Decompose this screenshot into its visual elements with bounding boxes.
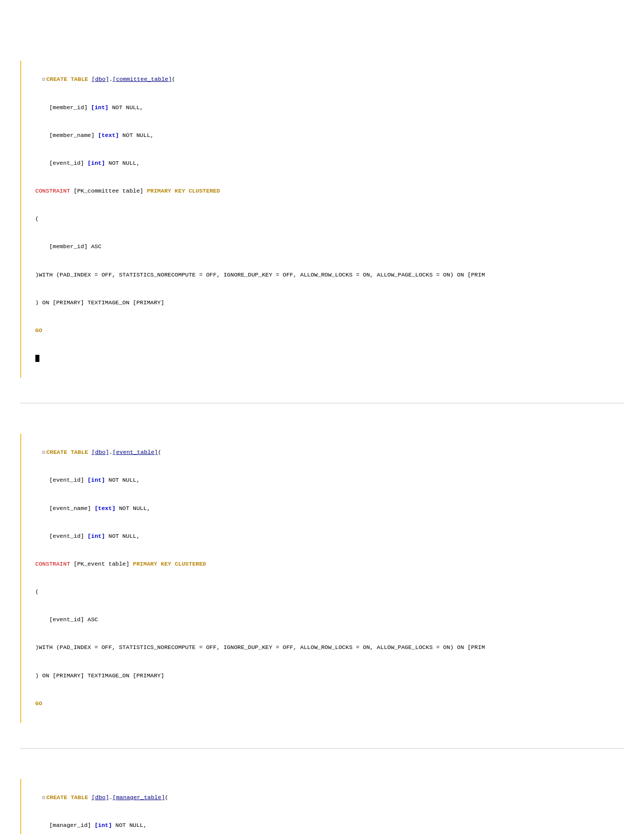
create-keyword-manager: CREATE TABLE: [46, 794, 92, 801]
open-paren-event: (: [158, 449, 162, 455]
collapse-icon-event[interactable]: ⊟: [42, 450, 45, 455]
event-col2: [event_name] [text] NOT NULL,: [20, 494, 624, 522]
event-create-line: ⊟CREATE TABLE [dbo].[event_table](: [20, 439, 624, 467]
committee-create-line: ⊟CREATE TABLE [dbo].[committee_table](: [20, 66, 624, 94]
committee-go: GO: [20, 317, 624, 345]
committee-on-primary: ) ON [PRIMARY] TEXTIMAGE_ON [PRIMARY]: [20, 289, 624, 316]
event-paren-open: (: [20, 578, 624, 606]
event-go: GO: [20, 689, 624, 717]
collapse-icon-manager[interactable]: ⊟: [42, 795, 45, 801]
table-name-event: [event_table]: [113, 449, 158, 455]
event-table-block: ⊟CREATE TABLE [dbo].[event_table]( [even…: [20, 434, 624, 723]
constraint-keyword: CONSTRAINT: [35, 188, 70, 194]
manager-table-block: ⊟CREATE TABLE [dbo].[manager_table]( [ma…: [20, 779, 624, 834]
manager-create-line: ⊟CREATE TABLE [dbo].[manager_table](: [20, 784, 624, 812]
event-col3: [event_id] [int] NOT NULL,: [20, 522, 624, 550]
committee-col1: [member_id] [int] NOT NULL,: [20, 94, 624, 121]
event-on-primary: ) ON [PRIMARY] TEXTIMAGE_ON [PRIMARY]: [20, 662, 624, 689]
separator-1: [20, 403, 624, 403]
committee-col2: [member_name] [text] NOT NULL,: [20, 121, 624, 149]
committee-cursor: [20, 345, 624, 373]
table-name-committee: [committee_table]: [113, 76, 172, 82]
create-keyword-event: CREATE TABLE: [46, 449, 92, 455]
schema-dbo-manager: [dbo]: [91, 794, 109, 801]
create-keyword: CREATE TABLE: [46, 76, 92, 82]
committee-col3: [event_id] [int] NOT NULL,: [20, 150, 624, 177]
separator-2: [20, 748, 624, 749]
open-paren-manager: (: [165, 794, 168, 801]
collapse-icon[interactable]: ⊟: [42, 77, 45, 82]
open-paren: (: [172, 76, 175, 82]
committee-constraint: CONSTRAINT [PK_committee table] PRIMARY …: [20, 177, 624, 205]
committee-table-block: ⊟CREATE TABLE [dbo].[committee_table]( […: [20, 61, 624, 378]
schema-dbo-event: [dbo]: [91, 449, 109, 455]
schema-dbo: [dbo]: [91, 76, 109, 82]
event-col1: [event_id] [int] NOT NULL,: [20, 467, 624, 494]
committee-paren-open: (: [20, 205, 624, 233]
committee-with: )WITH (PAD_INDEX = OFF, STATISTICS_NOREC…: [20, 261, 624, 289]
text-cursor: [35, 355, 39, 362]
table-name-manager: [manager_table]: [113, 794, 165, 801]
manager-col1: [manager_id] [int] NOT NULL,: [20, 812, 624, 834]
event-with: )WITH (PAD_INDEX = OFF, STATISTICS_NOREC…: [20, 634, 624, 662]
committee-index-col: [member_id] ASC: [20, 233, 624, 261]
event-index-col: [event_id] ASC: [20, 606, 624, 634]
event-constraint: CONSTRAINT [PK_event table] PRIMARY KEY …: [20, 550, 624, 578]
constraint-keyword-event: CONSTRAINT: [35, 561, 70, 567]
